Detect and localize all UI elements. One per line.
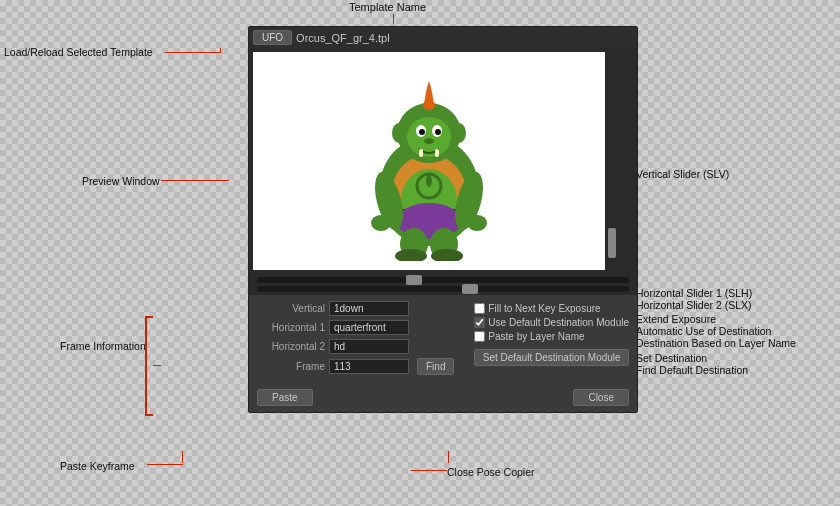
close-pose-line-v (448, 451, 449, 463)
paste-layer-checkbox[interactable] (474, 331, 485, 342)
fill-label: Fill to Next Key Exposure (488, 303, 600, 314)
svg-point-20 (467, 215, 487, 231)
info-section: Vertical 1down Horizontal 1 quarterfront… (249, 295, 637, 385)
load-reload-line (165, 52, 221, 53)
fill-checkbox[interactable] (474, 303, 485, 314)
find-default-label: Find Default Destination (636, 364, 748, 376)
load-reload-line-v (220, 48, 221, 52)
fill-checkbox-row: Fill to Next Key Exposure (474, 303, 629, 314)
horizontal1-row: Horizontal 1 quarterfront (257, 320, 466, 335)
horizontal1-value: quarterfront (329, 320, 409, 335)
horizontal2-value: hd (329, 339, 409, 354)
horizontal-slider-2-thumb[interactable] (462, 284, 478, 294)
close-button[interactable]: Close (573, 389, 629, 406)
auto-dest-label: Automatic Use of Destination (636, 325, 771, 337)
paste-layer-checkbox-row: Paste by Layer Name (474, 331, 629, 342)
vertical-scrollbar-thumb[interactable] (608, 228, 616, 258)
preview-window-line (161, 180, 229, 181)
paste-layer-label: Paste by Layer Name (488, 331, 584, 342)
template-filename: Orcus_QF_gr_4.tpl (296, 32, 633, 44)
sliders-row (249, 274, 637, 295)
vertical-value: 1down (329, 301, 409, 316)
svg-point-19 (371, 215, 391, 231)
horizontal-slider-2-track[interactable] (257, 286, 629, 292)
svg-point-6 (407, 117, 451, 157)
preview-window-label: Preview Window (82, 175, 160, 187)
template-name-arrow-v (393, 14, 394, 24)
vertical-row: Vertical 1down (257, 301, 466, 316)
svg-rect-12 (419, 149, 423, 157)
vertical-label: Vertical (257, 303, 325, 314)
right-controls: Fill to Next Key Exposure Use Default De… (474, 301, 629, 379)
horizontal-slider-1-track[interactable] (257, 277, 629, 283)
svg-point-11 (424, 138, 434, 144)
paste-keyframe-label: Paste Keyframe (60, 460, 135, 472)
frame-info-bracket (145, 316, 153, 416)
extend-exposure-label: Extend Exposure (636, 313, 716, 325)
main-dialog: UFO Orcus_QF_gr_4.tpl (248, 26, 638, 413)
svg-point-15 (392, 123, 406, 143)
frame-info-line (153, 365, 161, 366)
preview-canvas (253, 52, 605, 270)
vertical-scrollbar[interactable] (607, 52, 617, 270)
h-slider2-label: Horizontal Slider 2 (SLX) (636, 299, 752, 311)
horizontal-slider-1-thumb[interactable] (406, 275, 422, 285)
horizontal2-row: Horizontal 2 hd (257, 339, 466, 354)
character-svg (359, 61, 499, 261)
svg-point-10 (435, 129, 441, 135)
set-dest-label: Set Destination (636, 352, 707, 364)
svg-point-9 (419, 129, 425, 135)
use-default-checkbox[interactable] (474, 317, 485, 328)
find-button[interactable]: Find (417, 358, 454, 375)
close-pose-label: Close Pose Copier (447, 466, 535, 478)
frame-value: 113 (329, 359, 409, 374)
dest-layer-label: Destination Based on Layer Name (636, 337, 796, 349)
template-name-label: Template Name (349, 1, 426, 13)
vertical-slider-label: Vertical Slider (SLV) (636, 168, 729, 180)
frame-info-label: Frame Information (60, 340, 146, 352)
horizontal1-label: Horizontal 1 (257, 322, 325, 333)
set-default-dest-button[interactable]: Set Default Destination Module (474, 349, 629, 366)
use-default-label: Use Default Destination Module (488, 317, 629, 328)
svg-point-16 (452, 123, 466, 143)
horizontal2-label: Horizontal 2 (257, 341, 325, 352)
paste-keyframe-line-v (182, 451, 183, 463)
paste-keyframe-line (147, 464, 183, 465)
use-default-checkbox-row: Use Default Destination Module (474, 317, 629, 328)
frame-row: Frame 113 Find (257, 358, 466, 375)
h-slider1-label: Horizontal Slider 1 (SLH) (636, 287, 752, 299)
bottom-buttons: Paste Close (249, 385, 637, 412)
ufo-button[interactable]: UFO (253, 30, 292, 45)
paste-button[interactable]: Paste (257, 389, 313, 406)
svg-rect-13 (435, 149, 439, 157)
dialog-header: UFO Orcus_QF_gr_4.tpl (249, 27, 637, 48)
frame-info: Vertical 1down Horizontal 1 quarterfront… (257, 301, 466, 379)
close-pose-line (411, 470, 447, 471)
frame-label: Frame (257, 361, 325, 372)
load-reload-label: Load/Reload Selected Template (4, 46, 153, 58)
svg-point-14 (423, 100, 435, 110)
preview-area (249, 48, 637, 274)
